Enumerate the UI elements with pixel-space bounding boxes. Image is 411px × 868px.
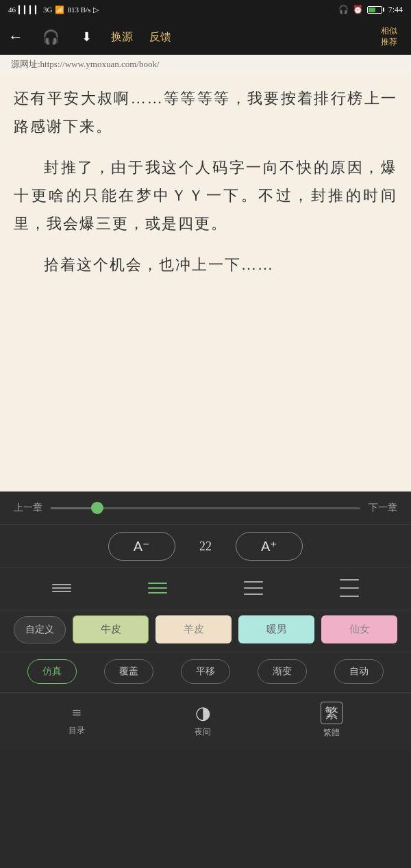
source-bar: 源网址:https://www.ymoxuan.com/book/ (0, 55, 411, 74)
theme-xian-button[interactable]: 仙女 (321, 615, 397, 643)
pageturn-fanzhen-button[interactable]: 仿真 (27, 659, 77, 684)
time-display: 7:44 (388, 5, 403, 15)
wifi-icon: 📶 (55, 5, 64, 14)
reading-area: 还有平安大叔啊……等等等等，我要按着排行榜上一路感谢下来。 封推了，由于我这个人… (0, 74, 411, 492)
spacing-tight-button[interactable] (42, 580, 81, 596)
spacing-wide-button[interactable] (234, 577, 273, 599)
spacing-normal-button[interactable] (138, 578, 177, 598)
top-nav: ← 🎧 ⬇ 换源 反馈 相似推荐 (0, 19, 411, 55)
signal-bars: ▎▎▎▎ (18, 5, 40, 14)
speed-text: 813 B/s (67, 5, 90, 14)
status-left: 46 ▎▎▎▎ 3G 📶 813 B/s ▷ (8, 5, 99, 14)
slider-track (51, 507, 360, 509)
recommend-button[interactable]: 相似推荐 (375, 23, 403, 50)
chapter-nav: 上一章 下一章 (0, 492, 411, 524)
pageturn-jianbai-button[interactable]: 渐变 (258, 659, 307, 684)
spacing-tight-icon (52, 584, 71, 592)
paragraph-1: 还有平安大叔啊……等等等等，我要按着排行榜上一路感谢下来。 (14, 85, 397, 140)
feedback-button[interactable]: 反馈 (141, 25, 179, 50)
night-icon: ◑ (195, 702, 211, 724)
spacing-wider-button[interactable] (330, 575, 369, 601)
pageturn-pingyi-button[interactable]: 平移 (181, 659, 230, 684)
spacing-wider-icon (340, 579, 359, 597)
slider-fill (51, 507, 97, 509)
theme-row: 自定义 牛皮 羊皮 暖男 仙女 (0, 611, 411, 652)
status-bar: 46 ▎▎▎▎ 3G 📶 813 B/s ▷ 🎧 ⏰ 7:44 (0, 0, 411, 19)
spacing-normal-icon (148, 583, 167, 593)
switch-source-button[interactable]: 换源 (103, 25, 141, 50)
night-label: 夜间 (195, 726, 211, 738)
spacing-wide-icon (244, 581, 263, 595)
catalog-item[interactable]: ≡ 目录 (68, 704, 85, 737)
back-button[interactable]: ← (8, 23, 32, 51)
paragraph-3: 拾着这个机会，也冲上一下…… (14, 251, 397, 279)
next-chapter-label[interactable]: 下一章 (369, 502, 397, 514)
reading-text: 还有平安大叔啊……等等等等，我要按着排行榜上一路感谢下来。 封推了，由于我这个人… (14, 85, 397, 279)
traditional-label: 繁體 (323, 727, 340, 739)
network-type: 3G (43, 5, 52, 14)
pageturn-row: 仿真 覆盖 平移 渐变 自动 (0, 652, 411, 692)
audio-button[interactable]: 🎧 (32, 23, 71, 51)
download-button[interactable]: ⬇ (71, 24, 103, 50)
theme-nuan-button[interactable]: 暖男 (238, 615, 314, 643)
status-right: 🎧 ⏰ 7:44 (338, 5, 403, 15)
music-icon: ▷ (93, 5, 99, 14)
pageturn-zidong-button[interactable]: 自动 (334, 659, 384, 684)
theme-niupi-button[interactable]: 牛皮 (73, 615, 149, 643)
theme-custom-button[interactable]: 自定义 (14, 616, 66, 643)
paragraph-2: 封推了，由于我这个人码字一向不快的原因，爆十更啥的只能在梦中ＹＹ一下。不过，封推… (14, 154, 397, 238)
bottom-icons-row: ≡ 目录 ◑ 夜间 繁 繁體 (0, 693, 411, 750)
font-decrease-button[interactable]: A⁻ (108, 532, 175, 561)
catalog-icon: ≡ (72, 704, 82, 722)
prev-chapter-label[interactable]: 上一章 (14, 502, 42, 514)
traditional-item[interactable]: 繁 繁體 (321, 702, 342, 739)
font-increase-button[interactable]: A⁺ (236, 532, 303, 561)
font-size-value: 22 (192, 539, 219, 554)
bottom-panel: 上一章 下一章 A⁻ 22 A⁺ (0, 492, 411, 750)
source-url: 源网址:https://www.ymoxuan.com/book/ (11, 58, 160, 71)
battery-indicator (367, 6, 384, 14)
font-size-row: A⁻ 22 A⁺ (0, 525, 411, 567)
alarm-icon: ⏰ (353, 5, 363, 15)
pageturn-fugai-button[interactable]: 覆盖 (104, 659, 153, 684)
catalog-label: 目录 (68, 725, 85, 737)
headphone-icon: 🎧 (338, 5, 349, 15)
chapter-slider[interactable] (51, 501, 360, 515)
fade-overlay (0, 450, 411, 492)
line-spacing-row (0, 568, 411, 611)
traditional-icon: 繁 (321, 702, 342, 724)
theme-yangpi-button[interactable]: 羊皮 (155, 615, 232, 643)
signal-text: 46 (8, 5, 16, 14)
night-item[interactable]: ◑ 夜间 (195, 702, 211, 738)
slider-thumb[interactable] (91, 502, 103, 514)
